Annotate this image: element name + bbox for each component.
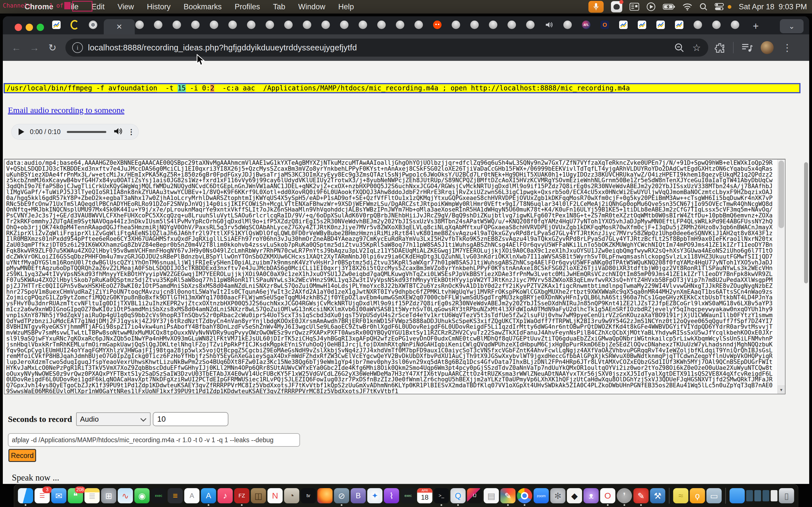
pinned-tab-gray-icon[interactable] [340,20,349,29]
dock-item-podcasts[interactable]: ⌇ [384,488,399,503]
bookmark-star-icon[interactable]: ☆ [693,42,701,53]
pinned-tab-gray-icon[interactable] [172,20,181,29]
dock-item-waveform-app[interactable]: ∿ [118,488,133,503]
pinned-tab-chart-icon[interactable] [52,20,61,29]
menu-item-tab[interactable]: Tab [266,3,292,11]
dock-item-dial-red[interactable]: ✎ [633,488,649,503]
tab-close-icon[interactable]: ✕ [116,22,122,31]
volume-icon[interactable] [114,127,122,136]
tab-search-button[interactable]: ⌄ [780,19,804,33]
back-button[interactable]: ← [7,42,26,53]
menu-item-window[interactable]: Window [292,3,332,11]
new-tab-button[interactable]: + [753,20,759,32]
dock-item-stickies[interactable]: ≈ [673,488,689,503]
pinned-tab-gray-icon[interactable] [470,20,479,29]
dock-item-inkscape[interactable]: ◆ [567,488,582,503]
pinned-tab-gray-icon[interactable] [210,20,218,29]
dock-item-libreoffice[interactable]: ▤ [484,488,499,503]
dock-item-quicktime[interactable]: Q [451,488,466,503]
window-minimize-button[interactable] [26,24,33,31]
player-progress-bar[interactable] [67,131,106,133]
dock-item-calendar[interactable]: APR18 [417,488,433,503]
wifi-icon[interactable] [682,3,692,10]
dock-item-preview-photo[interactable]: ▭ [707,488,722,503]
dock-item-iterm[interactable]: >_ [434,488,449,503]
dock-item-system-settings[interactable]: ✻ [550,488,566,503]
dock-item-bbedit[interactable]: B [351,488,366,503]
dock-item-cat-app[interactable]: ᴥ [583,488,599,503]
dock-item-min-window-1[interactable] [746,490,753,501]
extensions-puzzle-icon[interactable] [714,42,725,53]
pinned-tab-orangeo-icon[interactable]: O [601,20,609,29]
pinned-tab-chromegray-icon[interactable] [89,20,97,29]
email-recording-link[interactable]: Email audio recording to someone [8,105,124,115]
reload-button[interactable]: ↻ [43,42,61,53]
menu-item-view[interactable]: View [111,3,140,11]
ffmpeg-command-input[interactable]: /usr/local/bin/ffmpeg -f avfoundation -t… [4,83,800,93]
play-status-icon[interactable] [647,2,656,11]
dock-item-facetime[interactable]: ◉ [135,488,150,503]
active-tab[interactable]: ✕ [104,19,135,34]
pinned-tab-reddit-icon[interactable] [433,20,442,29]
menu-item-bookmarks[interactable]: Bookmarks [177,3,228,11]
pinned-tab-gray-icon[interactable] [731,20,739,29]
textarea-scrollbar[interactable]: ▼ [777,159,785,394]
media-controls-icon[interactable] [742,43,753,52]
dock-item-apple-tv[interactable]: tv [301,488,316,503]
pinned-tab-gray-icon[interactable] [266,20,274,29]
spotlight-search-icon[interactable] [700,3,707,11]
base64-textarea[interactable]: data:audio/mp4;base64,AAAAHGZ0eXBNNEEgAA… [4,159,785,394]
pinned-tab-gray-icon[interactable] [563,20,572,29]
afplay-command-input[interactable]: afplay -d /Applications/MAMP/htdocs/mic_… [8,433,300,447]
menu-bar-clock[interactable]: Sat Apr 18 9:03 PM [739,3,807,11]
dock-item-intellij[interactable]: IJ [467,488,483,503]
dock-item-keychain-brown[interactable]: ◫ [251,488,266,503]
dock-item-filezilla[interactable]: FZ [234,488,250,503]
dock-item-calculator[interactable]: ≡ [168,488,183,503]
pinned-tab-gray-icon[interactable] [526,20,535,29]
dock-item-finder[interactable] [18,488,33,503]
pinned-tab-gray-icon[interactable] [452,20,460,29]
mic-indicator-icon[interactable] [589,1,604,13]
dock-item-terminal-2[interactable]: exec [401,488,416,503]
dock-item-terminal[interactable]: exec [151,488,166,503]
dock-item-notes[interactable]: ≣ [85,488,100,503]
dock-item-safari[interactable]: ✦ [367,488,383,503]
dock-item-zoom[interactable]: zoom [534,488,549,503]
dock-item-reminders[interactable]: ☰3 [35,488,50,503]
pinned-tab-chart-icon[interactable] [638,20,646,29]
control-center-icon[interactable] [715,3,724,10]
pinned-tab-gray-icon[interactable] [191,20,200,29]
dock-item-launchpad[interactable]: ⊞ [101,488,116,503]
dock-item-app-store[interactable]: A [201,488,216,503]
dock-item-min-window-2[interactable] [755,490,761,501]
audio-player[interactable]: 0:00 / 0:10 ⋮ [11,124,139,140]
site-info-icon[interactable]: i [72,42,83,53]
window-manager-icon[interactable] [629,3,639,11]
dock-item-screen-block[interactable]: ⊘ [334,488,349,503]
zoom-out-page-icon[interactable] [674,43,684,52]
pinned-tab-gray-icon[interactable] [284,20,293,29]
dock-item-mamp-gray[interactable]: ❜ [617,488,632,503]
pinned-tab-chart-icon[interactable] [656,20,665,29]
play-button[interactable] [18,128,24,135]
player-menu-icon[interactable]: ⋮ [128,128,135,136]
dock-item-downloads[interactable] [730,488,745,503]
pinned-tab-gray-icon[interactable] [414,20,423,29]
address-bar[interactable]: i localhost:8888/recording_ideas.php?hgf… [65,39,708,57]
dock-item-trash[interactable]: ▯ [779,488,794,503]
dock-item-opera[interactable]: O [600,488,615,503]
profile-avatar[interactable] [761,41,774,54]
menu-item-profiles[interactable]: Profiles [228,3,266,11]
pinned-tab-gray-icon[interactable] [247,20,255,29]
pinned-tab-gray-icon[interactable] [359,20,367,29]
dock-item-builder-blue[interactable]: ⚒ [650,488,665,503]
pinned-tab-gray-icon[interactable] [229,20,237,29]
pinned-tab-gray-icon[interactable] [154,20,162,29]
dock-item-firefox[interactable] [317,488,333,503]
pinned-tab-gray-icon[interactable] [135,20,144,29]
dock-item-min-window-3[interactable] [763,490,769,501]
dock-item-min-chrome-window[interactable] [771,490,777,501]
menu-item-history[interactable]: History [140,3,177,11]
pinned-tab-gray-icon[interactable] [303,20,311,29]
